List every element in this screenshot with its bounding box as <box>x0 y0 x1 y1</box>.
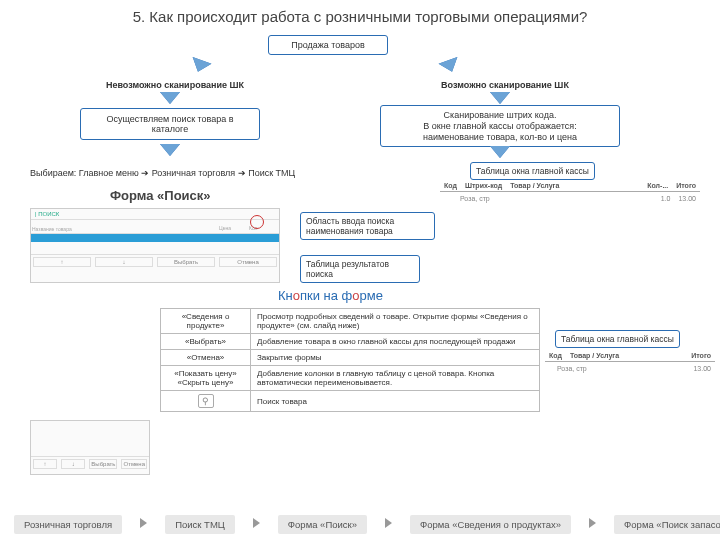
btn-product-info[interactable]: «Сведения о продукте» <box>161 309 251 334</box>
search-icon[interactable]: ⚲ <box>198 394 214 408</box>
btn-select[interactable]: «Выбрать» <box>161 334 251 350</box>
page-title: 5. Как происходит работа с розничными то… <box>0 0 720 33</box>
label-no-scan: Невозможно сканирование ШК <box>90 80 260 90</box>
nav-item[interactable]: Форма «Сведения о продуктах» <box>410 515 571 534</box>
chevron-right-icon <box>253 518 260 528</box>
arrow-icon <box>160 144 180 156</box>
arrow-icon <box>160 92 180 104</box>
nav-item[interactable]: Розничная торговля <box>14 515 122 534</box>
heading-form-buttons: Кнопки на форме <box>278 288 383 303</box>
box-sale: Продажа товаров <box>268 35 388 55</box>
box-catalog-search: Осуществляем поиск товара в каталоге <box>80 108 260 140</box>
arrow-icon <box>490 92 510 104</box>
search-form-mock: | ПОИСК Название товараЦенаКол ↑↓Выбрать… <box>30 208 280 283</box>
circle-marker-icon <box>250 215 264 229</box>
main-cash-table-2: КодТовар / УслугаИтого Роза, стр13.00 <box>545 350 715 375</box>
chevron-right-icon <box>140 518 147 528</box>
callout-result-table: Таблица результатов поиска <box>300 255 420 283</box>
chevron-right-icon <box>589 518 596 528</box>
nav-item[interactable]: Форма «Поиск запасов» <box>614 515 720 534</box>
form-mock-bottom: ↑↓ВыбратьОтмена <box>30 420 150 475</box>
btn-toggle-price[interactable]: «Показать цену» «Скрыть цену» <box>161 366 251 391</box>
bottom-nav: Розничная торговля Поиск ТМЦ Форма «Поис… <box>0 515 720 534</box>
menu-path: Выбираем: Главное меню ➔ Розничная торго… <box>30 168 370 178</box>
arrow-icon <box>490 146 510 158</box>
nav-item[interactable]: Форма «Поиск» <box>278 515 367 534</box>
nav-item[interactable]: Поиск ТМЦ <box>165 515 235 534</box>
arrow-icon <box>189 57 212 75</box>
main-cash-table: КодШтрих-кодТовар / УслугаКол-...Итого Р… <box>440 180 700 205</box>
caption-main-table: Таблица окна главной кассы <box>470 162 595 180</box>
callout-search-input: Область ввода поиска наименования товара <box>300 212 435 240</box>
box-scan-result: Сканирование штрих кода. В окне главной … <box>380 105 620 147</box>
arrow-icon <box>439 57 462 75</box>
btn-cancel[interactable]: «Отмена» <box>161 350 251 366</box>
buttons-table: «Сведения о продукте»Просмотр подробных … <box>160 308 540 412</box>
heading-search-form: Форма «Поиск» <box>110 188 211 203</box>
chevron-right-icon <box>385 518 392 528</box>
caption-main-table-2: Таблица окна главной кассы <box>555 330 680 348</box>
label-scan: Возможно сканирование ШК <box>420 80 590 90</box>
